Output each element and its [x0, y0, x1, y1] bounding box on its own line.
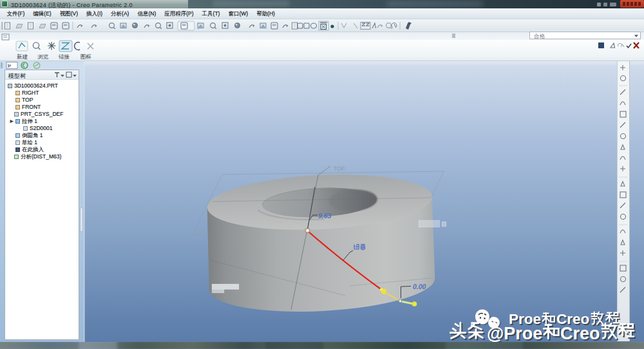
svg-text:TOP: TOP — [334, 165, 345, 172]
svg-text:9.63: 9.63 — [318, 212, 332, 220]
svg-text:0.00: 0.00 — [413, 283, 426, 290]
